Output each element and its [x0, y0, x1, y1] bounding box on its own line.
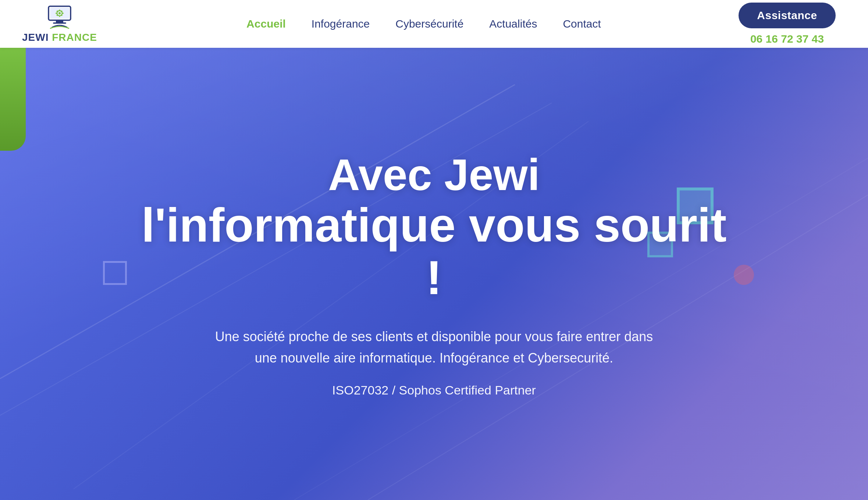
phone-number: 06 16 72 37 43 — [750, 33, 824, 45]
logo-text: JEWI FRANCE — [22, 32, 97, 43]
svg-rect-2 — [56, 20, 63, 22]
geo-circle — [734, 265, 754, 285]
logo[interactable]: JEWI FRANCE — [22, 4, 97, 43]
assistance-button[interactable]: Assistance — [739, 3, 835, 28]
main-nav: Accueil Infogérance Cybersécurité Actual… — [97, 18, 728, 30]
hero-title-line2: l'informatique vous sourit ! — [140, 199, 728, 304]
header: JEWI FRANCE Accueil Infogérance Cyberséc… — [0, 0, 868, 48]
nav-item-contact[interactable]: Contact — [563, 18, 601, 30]
nav-item-cybersecurite[interactable]: Cybersécurité — [395, 18, 463, 30]
hero-subtitle: Une société proche de ses clients et dis… — [213, 326, 655, 368]
hero-section: Avec Jewi l'informatique vous sourit ! U… — [0, 48, 868, 500]
svg-rect-7 — [59, 15, 60, 17]
geo-square-3 — [103, 261, 127, 285]
svg-rect-6 — [59, 10, 60, 11]
svg-rect-8 — [56, 13, 57, 14]
hero-title-line1: Avec Jewi — [140, 150, 728, 199]
nav-item-actualites[interactable]: Actualités — [489, 18, 537, 30]
header-right: Assistance 06 16 72 37 43 — [728, 3, 846, 45]
svg-rect-3 — [53, 22, 66, 24]
nav-item-infogerance[interactable]: Infogérance — [312, 18, 370, 30]
green-accent-bar — [0, 48, 26, 151]
hero-certification: ISO27032 / Sophos Certified Partner — [140, 383, 728, 397]
hero-content: Avec Jewi l'informatique vous sourit ! U… — [140, 150, 728, 397]
logo-icon — [45, 4, 74, 30]
svg-point-5 — [58, 12, 61, 14]
nav-item-accueil[interactable]: Accueil — [246, 18, 286, 30]
svg-rect-9 — [62, 13, 64, 14]
